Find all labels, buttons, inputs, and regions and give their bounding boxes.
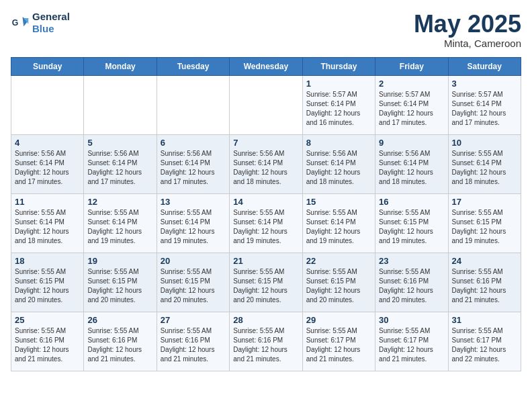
day-number: 19 — [87, 256, 152, 266]
day-info: Sunrise: 5:57 AM Sunset: 6:14 PM Dayligh… — [452, 90, 517, 128]
day-number: 29 — [306, 315, 371, 325]
day-number: 27 — [161, 315, 226, 325]
day-number: 17 — [452, 197, 517, 207]
calendar-cell: 26Sunrise: 5:55 AM Sunset: 6:16 PM Dayli… — [84, 312, 157, 371]
day-info: Sunrise: 5:55 AM Sunset: 6:15 PM Dayligh… — [161, 267, 226, 305]
day-info: Sunrise: 5:55 AM Sunset: 6:16 PM Dayligh… — [379, 267, 444, 305]
calendar-cell: 2Sunrise: 5:57 AM Sunset: 6:14 PM Daylig… — [375, 75, 448, 134]
day-info: Sunrise: 5:55 AM Sunset: 6:14 PM Dayligh… — [452, 149, 517, 187]
day-number: 13 — [161, 197, 226, 207]
calendar-cell: 1Sunrise: 5:57 AM Sunset: 6:14 PM Daylig… — [302, 75, 375, 134]
day-info: Sunrise: 5:56 AM Sunset: 6:14 PM Dayligh… — [379, 149, 444, 187]
day-number: 1 — [306, 79, 371, 89]
calendar-cell — [230, 75, 302, 134]
day-info: Sunrise: 5:55 AM Sunset: 6:14 PM Dayligh… — [87, 208, 152, 246]
day-number: 26 — [87, 315, 152, 325]
day-number: 15 — [306, 197, 371, 207]
calendar-table: SundayMondayTuesdayWednesdayThursdayFrid… — [11, 57, 521, 371]
day-number: 22 — [306, 256, 371, 266]
calendar-cell: 5Sunrise: 5:56 AM Sunset: 6:14 PM Daylig… — [84, 134, 157, 193]
calendar-cell: 24Sunrise: 5:55 AM Sunset: 6:16 PM Dayli… — [448, 253, 521, 312]
day-info: Sunrise: 5:55 AM Sunset: 6:16 PM Dayligh… — [452, 267, 517, 305]
calendar-cell: 22Sunrise: 5:55 AM Sunset: 6:15 PM Dayli… — [302, 253, 375, 312]
title-block: May 2025 Minta, Cameroon — [414, 11, 521, 49]
day-number: 3 — [452, 79, 517, 89]
day-number: 21 — [233, 256, 298, 266]
logo-text: General Blue — [32, 11, 70, 35]
day-number: 14 — [233, 197, 298, 207]
day-info: Sunrise: 5:55 AM Sunset: 6:16 PM Dayligh… — [161, 326, 226, 364]
calendar-cell: 4Sunrise: 5:56 AM Sunset: 6:14 PM Daylig… — [11, 134, 84, 193]
day-number: 10 — [452, 138, 517, 148]
day-number: 23 — [379, 256, 444, 266]
calendar-cell: 3Sunrise: 5:57 AM Sunset: 6:14 PM Daylig… — [448, 75, 521, 134]
day-info: Sunrise: 5:55 AM Sunset: 6:17 PM Dayligh… — [306, 326, 371, 364]
calendar-cell: 30Sunrise: 5:55 AM Sunset: 6:17 PM Dayli… — [375, 312, 448, 371]
day-number: 11 — [15, 197, 80, 207]
calendar-cell: 12Sunrise: 5:55 AM Sunset: 6:14 PM Dayli… — [84, 193, 157, 253]
day-number: 24 — [452, 256, 517, 266]
day-info: Sunrise: 5:56 AM Sunset: 6:14 PM Dayligh… — [87, 149, 152, 187]
location-subtitle: Minta, Cameroon — [414, 38, 521, 49]
day-number: 31 — [452, 315, 517, 325]
page-header: G General Blue May 2025 Minta, Cameroon — [11, 11, 521, 49]
day-info: Sunrise: 5:55 AM Sunset: 6:15 PM Dayligh… — [233, 267, 298, 305]
weekday-header-sunday: Sunday — [11, 57, 84, 75]
day-info: Sunrise: 5:55 AM Sunset: 6:14 PM Dayligh… — [306, 208, 371, 246]
day-info: Sunrise: 5:55 AM Sunset: 6:14 PM Dayligh… — [233, 208, 298, 246]
day-number: 2 — [379, 79, 444, 89]
calendar-cell: 27Sunrise: 5:55 AM Sunset: 6:16 PM Dayli… — [157, 312, 229, 371]
calendar-cell: 6Sunrise: 5:56 AM Sunset: 6:14 PM Daylig… — [157, 134, 229, 193]
month-title: May 2025 — [414, 11, 521, 38]
day-info: Sunrise: 5:56 AM Sunset: 6:14 PM Dayligh… — [15, 149, 80, 187]
calendar-cell — [11, 75, 84, 134]
day-number: 30 — [379, 315, 444, 325]
logo: G General Blue — [11, 11, 70, 35]
day-info: Sunrise: 5:55 AM Sunset: 6:15 PM Dayligh… — [452, 208, 517, 246]
calendar-cell: 28Sunrise: 5:55 AM Sunset: 6:16 PM Dayli… — [230, 312, 302, 371]
calendar-cell: 17Sunrise: 5:55 AM Sunset: 6:15 PM Dayli… — [448, 193, 521, 253]
day-number: 20 — [161, 256, 226, 266]
calendar-cell: 31Sunrise: 5:55 AM Sunset: 6:17 PM Dayli… — [448, 312, 521, 371]
day-info: Sunrise: 5:55 AM Sunset: 6:16 PM Dayligh… — [233, 326, 298, 364]
day-info: Sunrise: 5:55 AM Sunset: 6:14 PM Dayligh… — [161, 208, 226, 246]
day-number: 6 — [161, 138, 226, 148]
day-number: 16 — [379, 197, 444, 207]
logo-icon: G — [11, 13, 30, 32]
svg-text:G: G — [12, 18, 19, 28]
day-info: Sunrise: 5:57 AM Sunset: 6:14 PM Dayligh… — [306, 90, 371, 128]
day-number: 25 — [15, 315, 80, 325]
weekday-header-wednesday: Wednesday — [230, 57, 302, 75]
calendar-cell: 29Sunrise: 5:55 AM Sunset: 6:17 PM Dayli… — [302, 312, 375, 371]
calendar-cell: 25Sunrise: 5:55 AM Sunset: 6:16 PM Dayli… — [11, 312, 84, 371]
day-number: 4 — [15, 138, 80, 148]
day-number: 8 — [306, 138, 371, 148]
calendar-cell: 9Sunrise: 5:56 AM Sunset: 6:14 PM Daylig… — [375, 134, 448, 193]
weekday-header-monday: Monday — [84, 57, 157, 75]
day-info: Sunrise: 5:55 AM Sunset: 6:16 PM Dayligh… — [87, 326, 152, 364]
day-info: Sunrise: 5:55 AM Sunset: 6:16 PM Dayligh… — [15, 326, 80, 364]
calendar-cell: 18Sunrise: 5:55 AM Sunset: 6:15 PM Dayli… — [11, 253, 84, 312]
calendar-cell: 10Sunrise: 5:55 AM Sunset: 6:14 PM Dayli… — [448, 134, 521, 193]
day-info: Sunrise: 5:56 AM Sunset: 6:14 PM Dayligh… — [306, 149, 371, 187]
calendar-cell: 23Sunrise: 5:55 AM Sunset: 6:16 PM Dayli… — [375, 253, 448, 312]
calendar-cell: 11Sunrise: 5:55 AM Sunset: 6:14 PM Dayli… — [11, 193, 84, 253]
day-info: Sunrise: 5:55 AM Sunset: 6:17 PM Dayligh… — [379, 326, 444, 364]
calendar-cell: 15Sunrise: 5:55 AM Sunset: 6:14 PM Dayli… — [302, 193, 375, 253]
calendar-cell: 21Sunrise: 5:55 AM Sunset: 6:15 PM Dayli… — [230, 253, 302, 312]
day-info: Sunrise: 5:55 AM Sunset: 6:17 PM Dayligh… — [452, 326, 517, 364]
day-number: 9 — [379, 138, 444, 148]
day-number: 18 — [15, 256, 80, 266]
weekday-header-thursday: Thursday — [302, 57, 375, 75]
weekday-header-friday: Friday — [375, 57, 448, 75]
weekday-header-saturday: Saturday — [448, 57, 521, 75]
calendar-cell: 20Sunrise: 5:55 AM Sunset: 6:15 PM Dayli… — [157, 253, 229, 312]
calendar-cell: 7Sunrise: 5:56 AM Sunset: 6:14 PM Daylig… — [230, 134, 302, 193]
day-number: 5 — [87, 138, 152, 148]
calendar-cell — [84, 75, 157, 134]
day-number: 7 — [233, 138, 298, 148]
day-info: Sunrise: 5:57 AM Sunset: 6:14 PM Dayligh… — [379, 90, 444, 128]
day-info: Sunrise: 5:56 AM Sunset: 6:14 PM Dayligh… — [161, 149, 226, 187]
day-number: 28 — [233, 315, 298, 325]
day-info: Sunrise: 5:55 AM Sunset: 6:15 PM Dayligh… — [15, 267, 80, 305]
